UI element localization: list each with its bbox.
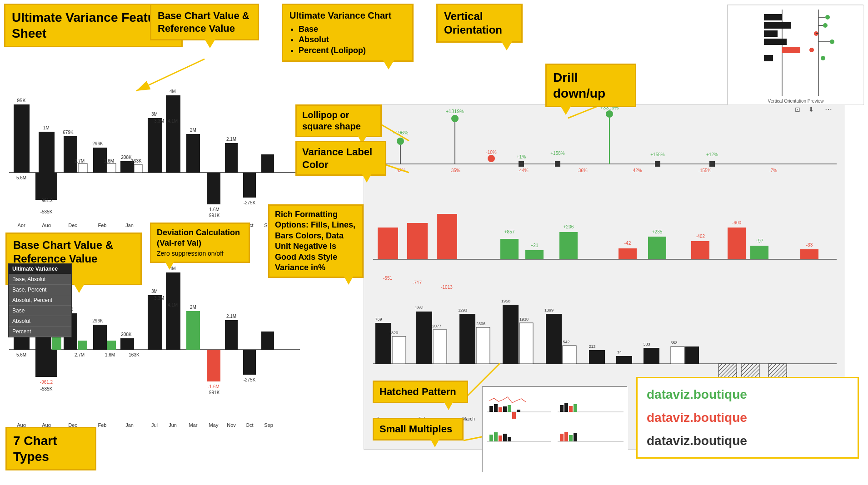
svg-text:1958: 1958 [501, 299, 510, 303]
svg-rect-245 [503, 434, 507, 441]
svg-text:208K: 208K [121, 155, 132, 160]
svg-rect-119 [709, 161, 715, 167]
svg-text:1.6M: 1.6M [105, 352, 115, 357]
dropdown-item-base-absolut[interactable]: Base, Absolut [9, 274, 71, 285]
svg-text:95K: 95K [17, 98, 26, 103]
svg-text:⬇: ⬇ [808, 106, 814, 113]
svg-rect-249 [569, 435, 573, 441]
svg-text:+1319%: +1319% [446, 109, 464, 114]
svg-text:-10%: -10% [486, 150, 496, 155]
svg-text:769: 769 [375, 317, 382, 322]
svg-text:-1.6M: -1.6M [208, 207, 219, 212]
deviation-calculation-callout: Deviation Calculation (Val-ref Val) Zero… [150, 223, 250, 263]
seven-chart-types-callout: 7 Chart Types [5, 427, 96, 470]
svg-rect-63 [107, 341, 116, 350]
svg-rect-7 [64, 136, 77, 173]
svg-text:-275K: -275K [244, 377, 256, 382]
svg-rect-12 [107, 163, 116, 173]
svg-text:3.3M: 3.3M [154, 119, 164, 124]
svg-rect-238 [560, 405, 564, 412]
svg-text:-991K: -991K [208, 213, 220, 218]
svg-text:5.6M: 5.6M [16, 175, 26, 180]
svg-text:+206: +206 [564, 224, 574, 229]
rich-formatting-callout: Rich Formatting Options: Fills, Lines, B… [268, 204, 364, 278]
svg-text:1361: 1361 [415, 306, 424, 310]
svg-rect-36 [35, 173, 57, 200]
dropdown-item-ultimate[interactable]: Ultimate Variance [9, 264, 71, 274]
svg-text:-35%: -35% [449, 168, 460, 173]
svg-point-108 [488, 155, 495, 162]
svg-text:Aug: Aug [42, 223, 51, 227]
svg-text:+97: +97 [756, 238, 763, 243]
svg-rect-166 [503, 305, 519, 364]
svg-rect-71 [166, 272, 180, 350]
chart-type-dropdown[interactable]: Ultimate Variance Base, Absolut Base, Pe… [8, 263, 72, 337]
svg-text:Jul: Jul [151, 422, 158, 428]
svg-text:1M: 1M [43, 125, 50, 130]
svg-text:-42: -42 [624, 241, 631, 246]
dropdown-item-absolut-percent[interactable]: Absolut, Percent [9, 295, 71, 306]
svg-text:+857: +857 [504, 229, 515, 234]
dropdown-item-base-percent[interactable]: Base, Percent [9, 285, 71, 295]
svg-rect-209 [764, 22, 791, 29]
svg-rect-69 [148, 295, 162, 350]
svg-rect-212 [782, 47, 800, 53]
svg-text:-1.6M: -1.6M [208, 384, 219, 389]
dropdown-item-percent[interactable]: Percent [9, 327, 71, 337]
svg-rect-139 [559, 232, 578, 259]
svg-rect-30 [225, 143, 238, 173]
svg-text:Sep: Sep [264, 422, 273, 428]
svg-text:May: May [209, 422, 219, 428]
svg-rect-131 [407, 223, 428, 259]
svg-text:1293: 1293 [458, 308, 467, 312]
svg-text:679K: 679K [63, 130, 74, 135]
svg-text:-44%: -44% [518, 168, 528, 173]
brand-line-dark: dataviz.boutique [647, 434, 848, 448]
svg-rect-232 [494, 404, 498, 412]
svg-rect-244 [499, 436, 502, 441]
hatched-pattern-callout: Hatched Pattern [373, 381, 468, 403]
svg-rect-234 [503, 406, 507, 412]
svg-rect-155 [392, 337, 406, 364]
dropdown-item-absolut[interactable]: Absolut [9, 316, 71, 327]
svg-text:4.1M: 4.1M [168, 119, 178, 124]
svg-text:2M: 2M [190, 305, 196, 310]
svg-rect-8 [78, 163, 87, 173]
svg-text:Apr: Apr [17, 223, 25, 227]
svg-text:3M: 3M [151, 289, 158, 294]
svg-rect-174 [589, 350, 605, 364]
svg-point-223 [809, 48, 814, 52]
brand-line-green: dataviz.boutique [647, 387, 848, 402]
svg-rect-62 [93, 325, 107, 350]
svg-point-215 [825, 15, 830, 20]
svg-rect-79 [225, 320, 238, 350]
svg-rect-137 [525, 250, 544, 259]
svg-rect-59 [78, 341, 87, 350]
svg-rect-34 [261, 154, 274, 173]
svg-text:+1%: +1% [517, 154, 526, 159]
svg-rect-135 [500, 239, 519, 259]
svg-text:Feb: Feb [98, 223, 107, 227]
svg-text:-36%: -36% [577, 168, 587, 173]
svg-text:383: 383 [643, 342, 650, 346]
svg-text:163K: 163K [129, 352, 140, 357]
svg-text:Dec: Dec [68, 223, 77, 227]
variance-label-color-callout: Variance Label Color [295, 141, 386, 176]
svg-rect-1 [14, 104, 30, 173]
svg-text:208K: 208K [121, 332, 132, 337]
svg-rect-133 [437, 214, 457, 259]
svg-text:3.3M: 3.3M [154, 296, 164, 301]
svg-point-105 [451, 115, 459, 122]
svg-text:2306: 2306 [476, 322, 485, 326]
svg-text:Jan: Jan [125, 223, 134, 227]
svg-text:March: March [462, 416, 475, 421]
svg-text:2.7M: 2.7M [75, 158, 85, 163]
svg-rect-159 [433, 330, 447, 364]
svg-point-224 [821, 56, 825, 60]
svg-text:296K: 296K [92, 141, 103, 146]
svg-rect-237 [517, 410, 520, 412]
dropdown-item-base[interactable]: Base [9, 306, 71, 316]
svg-rect-149 [750, 246, 768, 259]
svg-rect-143 [648, 237, 666, 259]
svg-rect-246 [508, 437, 511, 441]
